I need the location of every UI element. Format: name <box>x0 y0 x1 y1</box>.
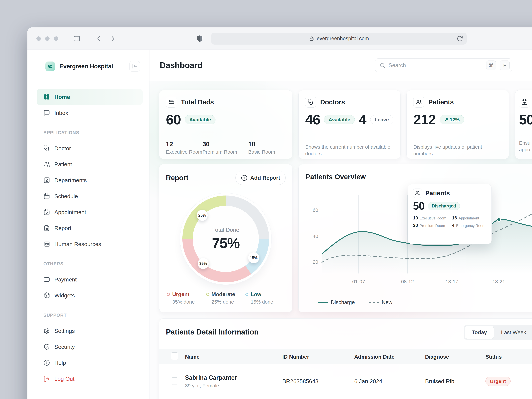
sidebar-item-label: Appointment <box>54 209 86 215</box>
status-badge: Urgent <box>485 377 511 386</box>
available-badge: Available <box>324 115 355 124</box>
detail-value: 20 <box>413 223 418 228</box>
filter-last-week-button[interactable]: Last Week <box>494 326 532 339</box>
detail-value: 16 <box>452 215 457 221</box>
partial-card: 50 Ensu appo <box>515 90 532 159</box>
browser-chrome: evergreenhospital.com <box>27 27 532 50</box>
traffic-light-minimize[interactable] <box>45 36 50 41</box>
sidebar-item-label: Patient <box>54 161 72 168</box>
sidebar-item-report[interactable]: Report <box>37 220 143 236</box>
patient-meta: 39 y.o., Female <box>185 383 282 388</box>
lock-icon <box>309 36 314 41</box>
legend-label: Low <box>251 291 261 298</box>
credit-card-icon <box>43 276 50 283</box>
delta-badge: ↗ 12% <box>440 115 464 124</box>
brand-logo <box>45 62 55 71</box>
browser-sidebar-toggle-button[interactable] <box>73 35 81 42</box>
address-bar[interactable]: evergreenhospital.com <box>211 32 467 44</box>
legend-done: 25% done <box>206 299 245 305</box>
traffic-light-zoom[interactable] <box>54 36 58 41</box>
tooltip-details: 10 Executive Room 16 Appointment 20 Prem… <box>413 215 487 228</box>
sidebar-item-schedule[interactable]: Schedule <box>37 188 143 204</box>
donut-center-value: 75% <box>212 235 240 251</box>
add-report-button[interactable]: Add Report <box>235 171 286 185</box>
detail-label: Emergency Room <box>456 224 485 228</box>
room-stat: 30 Premium Room <box>203 141 248 155</box>
chevron-right-icon <box>109 35 117 42</box>
column-header-name: Name <box>185 354 282 360</box>
sidebar-item-patient[interactable]: Patient <box>37 156 143 172</box>
f-key-icon: F <box>500 61 510 70</box>
urgent-percent-badge: 35% <box>198 258 209 269</box>
doctors-leave-value: 4 <box>359 112 366 128</box>
sidebar-item-logout[interactable]: Log Out <box>37 371 143 387</box>
patients-detail-card: Patients Detail Information Today Last W… <box>159 318 532 399</box>
traffic-light-close[interactable] <box>36 36 41 41</box>
select-all-checkbox[interactable] <box>171 352 178 360</box>
sidebar-item-label: Report <box>54 225 71 231</box>
room-label: Basic Room <box>248 149 275 155</box>
card-title: Total Beds <box>181 98 214 106</box>
sidebar-item-security[interactable]: Security <box>37 339 143 355</box>
search-input[interactable]: Search ⌘ F <box>375 58 512 72</box>
detail-value: 10 <box>413 215 418 221</box>
sidebar-item-label: Doctor <box>54 145 71 152</box>
page-title: Dashboard <box>160 61 203 70</box>
patients-overview-card: Patients Overview <box>298 164 532 312</box>
sidebar-item-help[interactable]: Help <box>37 355 143 371</box>
privacy-shield-button[interactable] <box>196 35 204 43</box>
sidebar-header: Evergreen Hospital <box>27 50 149 83</box>
room-value: 12 <box>166 141 203 148</box>
legend-label: Urgent <box>172 291 189 298</box>
report-card: Report Add Report Total Done <box>159 164 292 312</box>
legend-item-moderate: Moderate 25% done <box>206 291 245 305</box>
sidebar-item-payment[interactable]: Payment <box>37 272 143 287</box>
sidebar: Evergreen Hospital Home <box>27 50 149 399</box>
sidebar-item-doctor[interactable]: Doctor <box>37 140 143 156</box>
moderate-percent-badge: 25% <box>197 210 208 221</box>
legend-item-urgent: Urgent 35% done <box>167 291 206 305</box>
sidebar-collapse-button[interactable] <box>129 61 140 72</box>
sidebar-item-label: Schedule <box>54 193 78 200</box>
sidebar-item-home[interactable]: Home <box>37 89 143 105</box>
filter-today-button[interactable]: Today <box>465 326 494 339</box>
partial-value: 50 <box>519 112 532 128</box>
room-breakdown: 12 Executive Room 30 Premium Room 18 Bas… <box>166 141 286 155</box>
new-line-sample <box>369 302 379 303</box>
evergreen-logo-icon <box>47 63 53 69</box>
legend-label: New <box>382 299 392 305</box>
low-dot-icon <box>245 293 248 296</box>
sidebar-item-label: Payment <box>54 276 77 283</box>
card-title: Doctors <box>320 98 345 106</box>
row-checkbox[interactable] <box>171 377 178 385</box>
total-beds-value: 60 <box>166 112 181 128</box>
card-description: Ensu appo <box>519 140 532 153</box>
report-donut-chart: Total Done 75% 25% 35% 15% <box>182 196 269 282</box>
search-icon <box>379 62 386 69</box>
sidebar-item-settings[interactable]: Settings <box>37 323 143 339</box>
donut-center-label: Total Done <box>212 227 239 233</box>
sidebar-item-departments[interactable]: Departments <box>37 172 143 188</box>
room-value: 18 <box>248 141 275 148</box>
sidebar-nav: Home Inbox APPLICATIONS Doctor <box>27 83 149 387</box>
table-row[interactable]: Sabrina Carpanter 39 y.o., Female BR2635… <box>159 364 532 398</box>
file-text-icon <box>43 225 50 231</box>
sidebar-item-human-resources[interactable]: Human Resources <box>37 236 143 252</box>
overview-title: Patients Overview <box>306 173 366 181</box>
package-icon <box>43 292 50 299</box>
plus-circle-icon <box>241 175 247 181</box>
sidebar-item-appointment[interactable]: Appointment <box>37 204 143 220</box>
back-button[interactable] <box>95 35 102 42</box>
stethoscope-icon <box>305 97 316 108</box>
search-placeholder: Search <box>388 62 482 69</box>
grid-icon <box>43 94 50 100</box>
sidebar-section-applications: APPLICATIONS <box>43 130 143 135</box>
sidebar-item-inbox[interactable]: Inbox <box>37 105 143 121</box>
legend-done: 35% done <box>167 299 206 305</box>
logout-icon <box>43 375 50 382</box>
forward-button[interactable] <box>109 35 117 42</box>
reload-button[interactable] <box>456 35 463 42</box>
sidebar-item-widgets[interactable]: Widgets <box>37 287 143 304</box>
low-percent-badge: 15% <box>248 252 259 263</box>
card-description: Displays live updates of patient numbers… <box>413 144 501 157</box>
